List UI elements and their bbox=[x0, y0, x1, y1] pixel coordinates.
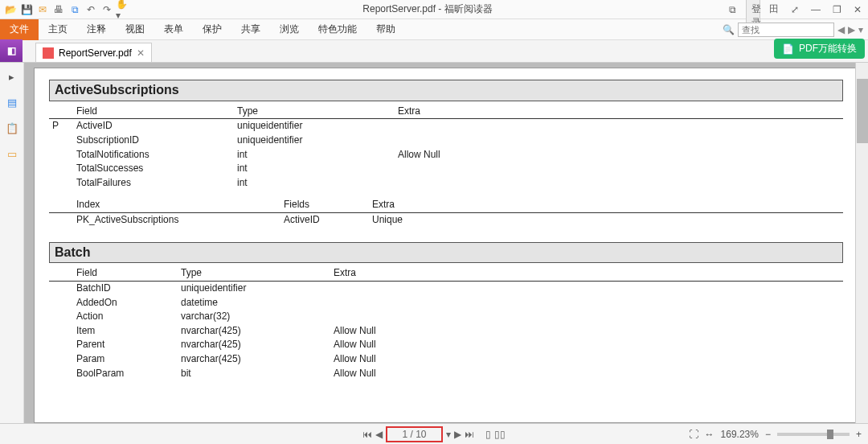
cell: Param bbox=[73, 352, 178, 367]
cell: TotalNotifications bbox=[73, 148, 234, 162]
vertical-scrollbar[interactable] bbox=[855, 63, 868, 423]
cell: Item bbox=[73, 324, 178, 339]
layout-icon[interactable]: 田 bbox=[767, 2, 781, 16]
fit-page-icon[interactable]: ⛶ bbox=[689, 429, 698, 440]
undo-icon[interactable]: ↶ bbox=[84, 2, 98, 17]
mail-icon[interactable]: ✉ bbox=[35, 2, 50, 17]
cell: varchar(32) bbox=[178, 310, 330, 324]
bookmark-icon[interactable]: ⧉ bbox=[725, 4, 739, 15]
cell: int bbox=[234, 162, 395, 176]
col-extra: Extra bbox=[330, 266, 843, 281]
cell bbox=[49, 148, 73, 162]
document-tab-strip: ◧ ReportServer.pdf ✕ bbox=[0, 40, 868, 63]
shrink-icon[interactable]: ⤢ bbox=[788, 4, 802, 15]
menu-view[interactable]: 视图 bbox=[116, 19, 154, 39]
cell: nvarchar(425) bbox=[178, 338, 330, 352]
menu-browse[interactable]: 浏览 bbox=[270, 19, 309, 39]
cell: Parent bbox=[73, 338, 178, 352]
folder-open-icon[interactable]: 📂 bbox=[3, 2, 18, 17]
cell: ActiveID bbox=[73, 119, 234, 134]
menu-bar: 文件 主页 注释 视图 表单 保护 共享 浏览 特色功能 帮助 🔍 ◀ ▶ ▾ bbox=[0, 19, 868, 40]
zoom-in-icon[interactable]: + bbox=[856, 429, 862, 440]
print-icon[interactable]: 🖶 bbox=[51, 2, 66, 17]
page-number-box[interactable]: 1 / 10 bbox=[386, 426, 442, 442]
note-icon[interactable]: ▭ bbox=[5, 146, 19, 161]
cell bbox=[395, 176, 843, 191]
menu-annotate[interactable]: 注释 bbox=[77, 19, 116, 39]
view-facing-icon[interactable]: ▯▯ bbox=[494, 429, 506, 440]
minimize-button[interactable]: — bbox=[809, 4, 823, 15]
cell: uniqueidentifier bbox=[234, 134, 395, 148]
app-logo-icon[interactable]: ◧ bbox=[0, 39, 23, 62]
table-index-1: Index Fields Extra PK_ActiveSubscription… bbox=[49, 198, 843, 227]
page-dropdown-icon[interactable]: ▾ bbox=[446, 429, 451, 440]
zoom-level[interactable]: 169.23% bbox=[721, 429, 759, 440]
cell bbox=[330, 296, 843, 310]
cell bbox=[49, 162, 73, 176]
cell: SubscriptionID bbox=[73, 134, 234, 148]
cell: Allow Null bbox=[330, 352, 843, 367]
clipboard-icon[interactable]: 📋 bbox=[5, 121, 19, 135]
menu-start[interactable]: 主页 bbox=[39, 19, 77, 39]
cell: uniqueidentifier bbox=[234, 119, 395, 134]
pdf-icon bbox=[43, 47, 54, 59]
col-fields: Fields bbox=[280, 198, 369, 212]
search-input[interactable] bbox=[738, 23, 834, 37]
prev-page-icon[interactable]: ◀ bbox=[375, 429, 383, 440]
cell: Action bbox=[73, 310, 178, 324]
cell: nvarchar(425) bbox=[178, 352, 330, 367]
search-icon[interactable]: 🔍 bbox=[723, 24, 735, 35]
cell: Allow Null bbox=[330, 338, 843, 352]
search-next-icon[interactable]: ▶ bbox=[848, 24, 855, 35]
search-prev-icon[interactable]: ◀ bbox=[837, 24, 845, 35]
tab-close-icon[interactable]: ✕ bbox=[137, 47, 145, 59]
cell: TotalFailures bbox=[73, 176, 234, 191]
maximize-button[interactable]: ❐ bbox=[829, 4, 844, 15]
page-viewport[interactable]: ActiveSubscriptions Field Type Extra PAc… bbox=[24, 63, 868, 423]
zoom-slider[interactable] bbox=[777, 433, 850, 436]
first-page-icon[interactable]: ⏮ bbox=[362, 429, 372, 440]
col-p bbox=[49, 105, 73, 119]
screenshot-icon[interactable]: ⧉ bbox=[68, 2, 82, 17]
menu-special[interactable]: 特色功能 bbox=[309, 19, 366, 39]
view-single-icon[interactable]: ▯ bbox=[485, 429, 491, 440]
hand-tool-icon[interactable]: ✋▾ bbox=[116, 2, 130, 17]
menu-share[interactable]: 共享 bbox=[231, 19, 270, 39]
col-type: Type bbox=[178, 266, 330, 281]
page-thumb-icon[interactable]: ▤ bbox=[5, 95, 19, 109]
nav-pane-icon[interactable]: ▸ bbox=[5, 69, 19, 84]
document-tab-label: ReportServer.pdf bbox=[59, 47, 132, 59]
title-bar: 📂 💾 ✉ 🖶 ⧉ ↶ ↷ ✋▾ ReportServer.pdf - 福昕阅读… bbox=[0, 0, 868, 19]
fit-width-icon[interactable]: ↔ bbox=[705, 429, 714, 440]
cell: int bbox=[234, 148, 395, 162]
col-extra: Extra bbox=[369, 198, 843, 212]
cell bbox=[49, 176, 73, 191]
zoom-out-icon[interactable]: − bbox=[765, 429, 771, 440]
ribbon-collapse-icon[interactable]: ▾ bbox=[858, 24, 863, 35]
close-button[interactable]: ✕ bbox=[850, 4, 865, 15]
cell: nvarchar(425) bbox=[178, 324, 330, 339]
cell bbox=[330, 310, 843, 324]
next-page-icon[interactable]: ▶ bbox=[454, 429, 461, 440]
scrollbar-thumb[interactable] bbox=[857, 79, 868, 143]
left-tool-panel: ▸ ▤ 📋 ▭ bbox=[0, 63, 24, 423]
page-number-text: 1 / 10 bbox=[402, 429, 426, 440]
document-tab[interactable]: ReportServer.pdf ✕ bbox=[35, 43, 152, 62]
menu-help[interactable]: 帮助 bbox=[366, 19, 405, 39]
section-title-2: Batch bbox=[49, 242, 843, 264]
cell: int bbox=[234, 176, 395, 191]
cell: Allow Null bbox=[330, 367, 843, 381]
cell: PK_ActiveSubscriptions bbox=[73, 212, 280, 227]
menu-form[interactable]: 表单 bbox=[154, 19, 193, 39]
promo-banner[interactable]: 📄 PDF万能转换 bbox=[774, 39, 865, 59]
col-field: Field bbox=[73, 266, 178, 281]
cell bbox=[395, 162, 843, 176]
redo-icon[interactable]: ↷ bbox=[100, 2, 114, 17]
cell: ActiveID bbox=[280, 212, 369, 227]
menu-protect[interactable]: 保护 bbox=[193, 19, 231, 39]
menu-file[interactable]: 文件 bbox=[0, 19, 39, 40]
cell: TotalSuccesses bbox=[73, 162, 234, 176]
cell: Allow Null bbox=[330, 324, 843, 339]
last-page-icon[interactable]: ⏭ bbox=[465, 429, 474, 440]
save-icon[interactable]: 💾 bbox=[19, 2, 34, 17]
